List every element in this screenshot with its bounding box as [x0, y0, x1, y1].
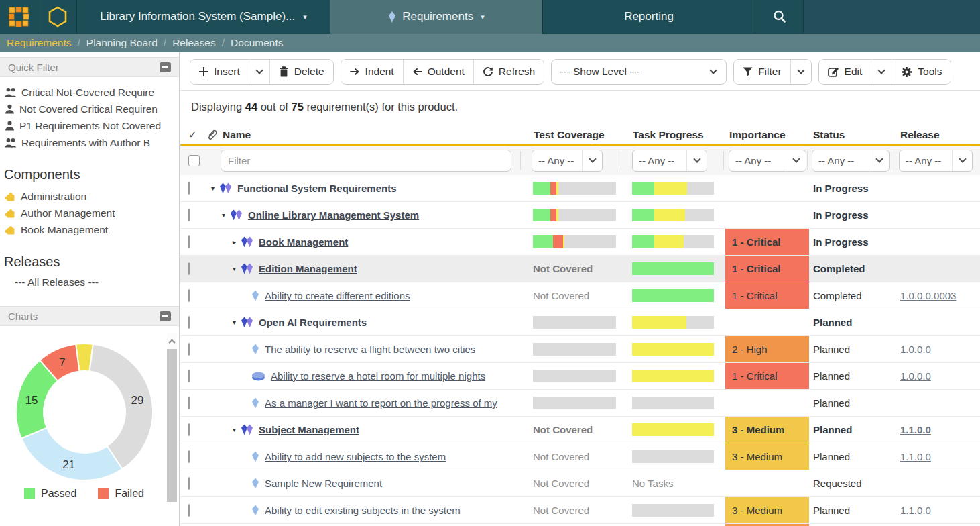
select-all-checkbox[interactable] [188, 155, 200, 166]
app-logo[interactable] [0, 0, 38, 34]
importance-badge: 1 - Critical [725, 256, 809, 282]
release-filter-item[interactable]: --- All Releases --- [15, 276, 179, 288]
tree-collapse-arrow[interactable]: ▾ [229, 426, 240, 433]
row-checkbox[interactable] [188, 235, 190, 248]
row-checkbox[interactable] [188, 209, 190, 221]
tree-collapse-arrow[interactable]: ▾ [229, 319, 240, 326]
release-link[interactable]: 1.1.0.0 [900, 424, 931, 435]
insert-button[interactable]: Insert [190, 60, 249, 84]
name-filter-input[interactable] [221, 150, 511, 172]
breadcrumb-item-documents[interactable]: Documents [231, 37, 283, 49]
collapse-panel-button[interactable] [160, 311, 171, 321]
col-name[interactable]: Name [223, 129, 251, 141]
breadcrumb-item-requirements[interactable]: Requirements [7, 37, 72, 49]
col-status[interactable]: Status [809, 129, 894, 141]
importance-filter-select[interactable]: -- Any -- [729, 150, 806, 172]
test-coverage-text: Not Covered [533, 263, 593, 274]
row-checkbox[interactable] [188, 450, 190, 463]
requirement-name-link[interactable]: Open AI Requirements [259, 317, 367, 328]
edit-dropdown-button[interactable] [871, 60, 892, 84]
donut-slice[interactable] [21, 428, 122, 480]
tools-button[interactable]: Tools [892, 60, 951, 84]
component-item[interactable]: Book Management [5, 221, 179, 238]
requirement-name-link[interactable]: Online Library Management System [248, 209, 419, 221]
col-task-progress[interactable]: Task Progress [623, 129, 725, 141]
row-checkbox[interactable] [188, 316, 190, 329]
row-checkbox[interactable] [188, 289, 190, 302]
test-coverage-filter-select[interactable]: -- Any -- [532, 150, 603, 172]
refresh-button[interactable]: Refresh [473, 60, 544, 84]
requirements-table: ✓ Name Test Coverage Task Progress Impor… [180, 125, 980, 526]
row-checkbox[interactable] [188, 423, 190, 436]
requirement-name-link[interactable]: The ability to reserve a flight between … [265, 344, 475, 355]
col-release[interactable]: Release [894, 129, 980, 141]
project-selector[interactable]: Library Information System (Sample)... ▾ [77, 0, 330, 34]
progress-bar [632, 370, 714, 382]
show-level-select[interactable]: --- Show Level --- [551, 59, 727, 85]
col-importance[interactable]: Importance [725, 129, 809, 141]
col-test-coverage[interactable]: Test Coverage [522, 129, 623, 141]
legend-label: Failed [115, 488, 144, 500]
tree-collapse-arrow[interactable]: ▾ [229, 265, 240, 272]
outdent-button[interactable]: Outdent [403, 60, 473, 84]
quick-filter-item[interactable]: P1 Requirements Not Covered [5, 117, 179, 134]
row-checkbox[interactable] [188, 370, 190, 382]
component-item[interactable]: Author Management [5, 205, 179, 221]
tree-expand-arrow[interactable]: ▸ [229, 238, 240, 246]
requirement-name-link[interactable]: Ability to edit existing subjects in the… [265, 505, 461, 516]
release-filter-select[interactable]: -- Any -- [899, 150, 973, 172]
requirement-name-link[interactable]: Ability to reserve a hotel room for mult… [271, 370, 485, 382]
requirement-name-link[interactable]: Ability to create different editions [265, 290, 410, 301]
indent-button[interactable]: Indent [341, 60, 403, 84]
select-all-checkmark-icon[interactable]: ✓ [180, 129, 207, 141]
status-filter-select[interactable]: -- Any -- [812, 150, 890, 172]
quick-filter-item[interactable]: Not Covered Critical Requiren [5, 101, 179, 117]
row-checkbox[interactable] [188, 504, 190, 517]
requirement-summary-icon [241, 263, 253, 274]
breadcrumb-item-planning-board[interactable]: Planning Board [86, 37, 158, 49]
filter-dropdown-button[interactable] [790, 60, 811, 84]
row-checkbox[interactable] [188, 262, 190, 275]
scrollbar-thumb[interactable] [167, 349, 177, 502]
row-checkbox[interactable] [188, 477, 190, 490]
status-text: Planned [809, 344, 894, 355]
tree-collapse-arrow[interactable]: ▾ [218, 211, 229, 219]
requirement-name-link[interactable]: As a manager I want to report on the pro… [265, 397, 497, 409]
filter-button[interactable]: Filter [734, 60, 790, 84]
chevron-down-icon [255, 66, 263, 74]
delete-button[interactable]: Delete [269, 60, 333, 84]
search-button[interactable] [755, 0, 804, 34]
chart-scrollbar[interactable] [167, 333, 177, 502]
requirement-name-link[interactable]: Book Management [259, 236, 348, 248]
component-item[interactable]: Administration [5, 188, 179, 205]
release-link[interactable]: 1.0.0.0.0003 [900, 290, 956, 301]
requirement-name-link[interactable]: Functional System Requirements [237, 182, 397, 194]
release-link[interactable]: 1.1.0.0 [900, 505, 931, 516]
requirement-name-link[interactable]: Ability to add new subjects to the syste… [265, 451, 446, 462]
requirement-name-link[interactable]: Edition Management [259, 263, 357, 274]
tab-requirements[interactable]: Requirements ▾ [330, 0, 543, 34]
row-checkbox[interactable] [188, 343, 190, 356]
requirement-name-link[interactable]: Subject Management [259, 424, 359, 435]
breadcrumb-item-releases[interactable]: Releases [172, 37, 216, 49]
progress-bar [632, 423, 714, 436]
row-checkbox[interactable] [188, 397, 190, 409]
release-link[interactable]: 1.1.0.0 [900, 451, 931, 462]
quick-filter-item[interactable]: Requirements with Author B [5, 134, 179, 151]
quick-filter-item[interactable]: Critical Not-Covered Require [5, 84, 179, 101]
requirement-name-link[interactable]: Sample New Requirement [265, 478, 382, 489]
tree-collapse-arrow[interactable]: ▾ [207, 185, 219, 192]
tab-reporting[interactable]: Reporting [543, 0, 755, 34]
scroll-up-button[interactable] [167, 333, 177, 349]
insert-dropdown-button[interactable] [249, 60, 269, 84]
edit-button[interactable]: Edit [819, 60, 871, 84]
workspace-hexagon-button[interactable] [38, 0, 77, 34]
collapse-panel-button[interactable] [160, 62, 171, 72]
release-link[interactable]: 1.0.0.0 [900, 370, 931, 382]
row-checkbox[interactable] [188, 182, 190, 195]
release-link[interactable]: 1.0.0.0 [900, 344, 931, 355]
task-progress-filter-select[interactable]: -- Any -- [632, 150, 707, 172]
chevron-down-icon [878, 66, 885, 74]
navbar-filler [804, 0, 980, 34]
bar-segment-gray [533, 370, 616, 382]
